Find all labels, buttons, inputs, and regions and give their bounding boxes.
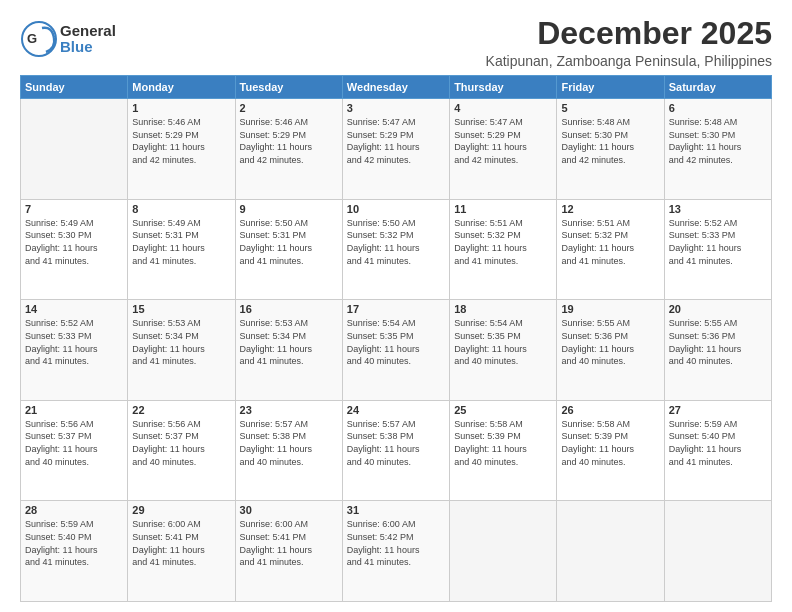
day-number: 2 <box>240 102 338 114</box>
day-info: Sunrise: 6:00 AM Sunset: 5:41 PM Dayligh… <box>240 518 338 568</box>
day-info: Sunrise: 5:59 AM Sunset: 5:40 PM Dayligh… <box>669 418 767 468</box>
day-number: 7 <box>25 203 123 215</box>
day-cell: 25Sunrise: 5:58 AM Sunset: 5:39 PM Dayli… <box>450 400 557 501</box>
day-info: Sunrise: 5:58 AM Sunset: 5:39 PM Dayligh… <box>561 418 659 468</box>
day-cell: 27Sunrise: 5:59 AM Sunset: 5:40 PM Dayli… <box>664 400 771 501</box>
day-cell: 7Sunrise: 5:49 AM Sunset: 5:30 PM Daylig… <box>21 199 128 300</box>
day-info: Sunrise: 5:51 AM Sunset: 5:32 PM Dayligh… <box>561 217 659 267</box>
day-cell: 11Sunrise: 5:51 AM Sunset: 5:32 PM Dayli… <box>450 199 557 300</box>
day-number: 9 <box>240 203 338 215</box>
day-info: Sunrise: 5:58 AM Sunset: 5:39 PM Dayligh… <box>454 418 552 468</box>
week-row-2: 7Sunrise: 5:49 AM Sunset: 5:30 PM Daylig… <box>21 199 772 300</box>
logo-icon: G <box>20 20 58 58</box>
day-cell: 19Sunrise: 5:55 AM Sunset: 5:36 PM Dayli… <box>557 300 664 401</box>
day-info: Sunrise: 5:49 AM Sunset: 5:31 PM Dayligh… <box>132 217 230 267</box>
day-info: Sunrise: 5:54 AM Sunset: 5:35 PM Dayligh… <box>454 317 552 367</box>
day-cell: 17Sunrise: 5:54 AM Sunset: 5:35 PM Dayli… <box>342 300 449 401</box>
day-info: Sunrise: 5:53 AM Sunset: 5:34 PM Dayligh… <box>240 317 338 367</box>
calendar-title: December 2025 <box>116 16 772 51</box>
day-info: Sunrise: 5:57 AM Sunset: 5:38 PM Dayligh… <box>347 418 445 468</box>
day-number: 29 <box>132 504 230 516</box>
day-cell: 12Sunrise: 5:51 AM Sunset: 5:32 PM Dayli… <box>557 199 664 300</box>
day-cell: 18Sunrise: 5:54 AM Sunset: 5:35 PM Dayli… <box>450 300 557 401</box>
day-cell: 10Sunrise: 5:50 AM Sunset: 5:32 PM Dayli… <box>342 199 449 300</box>
day-info: Sunrise: 5:50 AM Sunset: 5:31 PM Dayligh… <box>240 217 338 267</box>
day-info: Sunrise: 5:49 AM Sunset: 5:30 PM Dayligh… <box>25 217 123 267</box>
calendar-table: SundayMondayTuesdayWednesdayThursdayFrid… <box>20 75 772 602</box>
day-number: 24 <box>347 404 445 416</box>
calendar-header-row: SundayMondayTuesdayWednesdayThursdayFrid… <box>21 76 772 99</box>
day-number: 22 <box>132 404 230 416</box>
day-number: 12 <box>561 203 659 215</box>
day-cell: 31Sunrise: 6:00 AM Sunset: 5:42 PM Dayli… <box>342 501 449 602</box>
day-info: Sunrise: 5:52 AM Sunset: 5:33 PM Dayligh… <box>669 217 767 267</box>
day-cell: 23Sunrise: 5:57 AM Sunset: 5:38 PM Dayli… <box>235 400 342 501</box>
day-number: 8 <box>132 203 230 215</box>
day-number: 18 <box>454 303 552 315</box>
header-thursday: Thursday <box>450 76 557 99</box>
day-number: 14 <box>25 303 123 315</box>
day-cell: 20Sunrise: 5:55 AM Sunset: 5:36 PM Dayli… <box>664 300 771 401</box>
day-cell <box>450 501 557 602</box>
logo: G General Blue <box>20 20 116 58</box>
day-number: 4 <box>454 102 552 114</box>
day-cell: 21Sunrise: 5:56 AM Sunset: 5:37 PM Dayli… <box>21 400 128 501</box>
day-cell: 22Sunrise: 5:56 AM Sunset: 5:37 PM Dayli… <box>128 400 235 501</box>
day-cell: 5Sunrise: 5:48 AM Sunset: 5:30 PM Daylig… <box>557 99 664 200</box>
day-number: 20 <box>669 303 767 315</box>
day-number: 30 <box>240 504 338 516</box>
day-cell <box>664 501 771 602</box>
day-cell: 8Sunrise: 5:49 AM Sunset: 5:31 PM Daylig… <box>128 199 235 300</box>
day-info: Sunrise: 5:56 AM Sunset: 5:37 PM Dayligh… <box>25 418 123 468</box>
header-friday: Friday <box>557 76 664 99</box>
day-info: Sunrise: 5:48 AM Sunset: 5:30 PM Dayligh… <box>669 116 767 166</box>
day-number: 21 <box>25 404 123 416</box>
day-number: 23 <box>240 404 338 416</box>
day-cell <box>557 501 664 602</box>
day-number: 5 <box>561 102 659 114</box>
logo-blue: Blue <box>60 39 116 56</box>
day-info: Sunrise: 5:52 AM Sunset: 5:33 PM Dayligh… <box>25 317 123 367</box>
day-number: 27 <box>669 404 767 416</box>
day-cell: 24Sunrise: 5:57 AM Sunset: 5:38 PM Dayli… <box>342 400 449 501</box>
day-number: 19 <box>561 303 659 315</box>
week-row-3: 14Sunrise: 5:52 AM Sunset: 5:33 PM Dayli… <box>21 300 772 401</box>
header-sunday: Sunday <box>21 76 128 99</box>
week-row-1: 1Sunrise: 5:46 AM Sunset: 5:29 PM Daylig… <box>21 99 772 200</box>
day-cell: 28Sunrise: 5:59 AM Sunset: 5:40 PM Dayli… <box>21 501 128 602</box>
title-block: December 2025 Katipunan, Zamboanga Penin… <box>116 16 772 69</box>
day-cell: 26Sunrise: 5:58 AM Sunset: 5:39 PM Dayli… <box>557 400 664 501</box>
day-cell: 13Sunrise: 5:52 AM Sunset: 5:33 PM Dayli… <box>664 199 771 300</box>
day-info: Sunrise: 5:53 AM Sunset: 5:34 PM Dayligh… <box>132 317 230 367</box>
day-number: 16 <box>240 303 338 315</box>
day-info: Sunrise: 5:55 AM Sunset: 5:36 PM Dayligh… <box>669 317 767 367</box>
day-number: 28 <box>25 504 123 516</box>
week-row-4: 21Sunrise: 5:56 AM Sunset: 5:37 PM Dayli… <box>21 400 772 501</box>
day-cell: 16Sunrise: 5:53 AM Sunset: 5:34 PM Dayli… <box>235 300 342 401</box>
day-info: Sunrise: 5:48 AM Sunset: 5:30 PM Dayligh… <box>561 116 659 166</box>
day-info: Sunrise: 6:00 AM Sunset: 5:42 PM Dayligh… <box>347 518 445 568</box>
page: G General Blue December 2025 Katipunan, … <box>0 0 792 612</box>
day-info: Sunrise: 5:47 AM Sunset: 5:29 PM Dayligh… <box>454 116 552 166</box>
day-number: 25 <box>454 404 552 416</box>
day-info: Sunrise: 5:57 AM Sunset: 5:38 PM Dayligh… <box>240 418 338 468</box>
day-cell <box>21 99 128 200</box>
day-cell: 9Sunrise: 5:50 AM Sunset: 5:31 PM Daylig… <box>235 199 342 300</box>
day-cell: 4Sunrise: 5:47 AM Sunset: 5:29 PM Daylig… <box>450 99 557 200</box>
day-info: Sunrise: 5:47 AM Sunset: 5:29 PM Dayligh… <box>347 116 445 166</box>
day-cell: 30Sunrise: 6:00 AM Sunset: 5:41 PM Dayli… <box>235 501 342 602</box>
day-cell: 1Sunrise: 5:46 AM Sunset: 5:29 PM Daylig… <box>128 99 235 200</box>
week-row-5: 28Sunrise: 5:59 AM Sunset: 5:40 PM Dayli… <box>21 501 772 602</box>
header: G General Blue December 2025 Katipunan, … <box>20 16 772 69</box>
day-info: Sunrise: 5:50 AM Sunset: 5:32 PM Dayligh… <box>347 217 445 267</box>
calendar-subtitle: Katipunan, Zamboanga Peninsula, Philippi… <box>116 53 772 69</box>
day-info: Sunrise: 6:00 AM Sunset: 5:41 PM Dayligh… <box>132 518 230 568</box>
header-tuesday: Tuesday <box>235 76 342 99</box>
svg-text:G: G <box>27 31 37 46</box>
day-number: 15 <box>132 303 230 315</box>
day-info: Sunrise: 5:56 AM Sunset: 5:37 PM Dayligh… <box>132 418 230 468</box>
day-cell: 2Sunrise: 5:46 AM Sunset: 5:29 PM Daylig… <box>235 99 342 200</box>
header-saturday: Saturday <box>664 76 771 99</box>
day-number: 31 <box>347 504 445 516</box>
header-wednesday: Wednesday <box>342 76 449 99</box>
